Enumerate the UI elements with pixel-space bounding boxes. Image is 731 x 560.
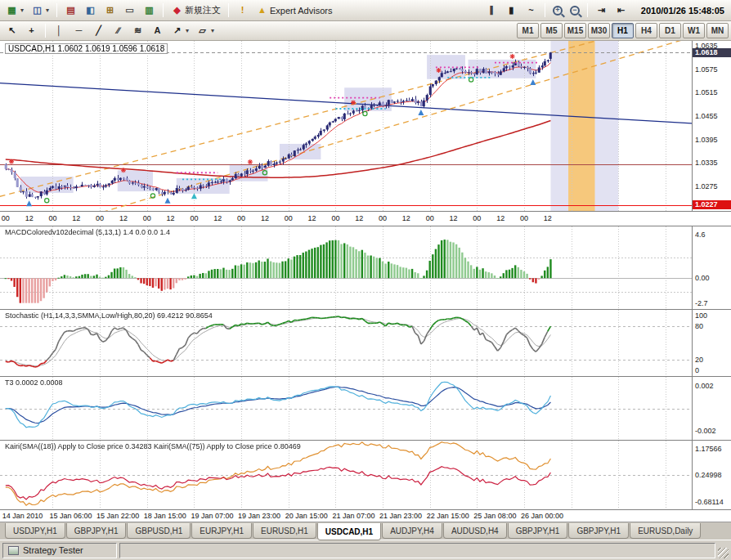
- time-label: 12: [402, 214, 410, 222]
- chart-tab-usdcad-h1[interactable]: USDCAD,H1: [317, 523, 381, 540]
- panel-main-chart[interactable]: USDCAD,H1 1.0602 1.0619 1.0596 1.0618 1.…: [0, 41, 731, 211]
- horizontal-line-button[interactable]: ─: [70, 23, 88, 39]
- stochastic-axis: 10080200: [692, 310, 731, 376]
- status-strategy-tester[interactable]: Strategy Tester: [2, 543, 117, 558]
- time-label: 12: [72, 214, 80, 222]
- navigator-button[interactable]: ⊞: [101, 2, 119, 19]
- chart-tab-eurjpy-h1[interactable]: EURJPY,H1: [191, 523, 252, 539]
- time-label: 12: [450, 214, 458, 222]
- line-chart-mode-button[interactable]: ~: [522, 2, 540, 19]
- cursor-button[interactable]: ↖: [2, 23, 21, 39]
- bar-chart-mode-button[interactable]: ∥: [482, 2, 501, 19]
- main-chart-canvas[interactable]: [0, 41, 692, 211]
- terminal-button[interactable]: ▭: [120, 2, 139, 19]
- expert-advisors-label: Expert Advisors: [270, 6, 332, 16]
- trendline-button[interactable]: ╱: [89, 23, 108, 39]
- timeframe-m15[interactable]: M15: [564, 23, 586, 38]
- date-label: 15 Jan 06:00: [49, 512, 92, 520]
- timeframe-m30[interactable]: M30: [588, 23, 610, 38]
- time-axis-dates[interactable]: 14 Jan 201015 Jan 06:0015 Jan 22:0018 Ja…: [0, 509, 731, 522]
- axis-tick: 0.24998: [695, 471, 722, 479]
- cursor-icon: ↖: [6, 25, 18, 37]
- chart-ohlc-title: USDCAD,H1 1.0602 1.0619 1.0596 1.0618: [5, 43, 168, 54]
- date-label: 14 Jan 2010: [2, 512, 43, 520]
- price-axis[interactable]: 1.06351.05751.05151.04551.03951.03351.02…: [692, 41, 731, 211]
- arrows-button[interactable]: ↗▾: [168, 23, 192, 39]
- zoom-out-icon: −: [570, 6, 580, 16]
- time-axis-hours[interactable]: 0012001200120012001200120012001200120012…: [0, 211, 731, 226]
- chart-tab-gbpjpy-h1[interactable]: GBPJPY,H1: [508, 523, 568, 539]
- profiles-button[interactable]: ◫▾: [28, 2, 52, 19]
- market-watch-button[interactable]: ▤: [61, 2, 80, 19]
- new-chart-icon: ▦: [6, 4, 18, 16]
- stochastic-label: Stochastic (H1,14,3,3,SMMA,Low/High,80,2…: [5, 311, 213, 320]
- zoom-in-button[interactable]: +: [549, 2, 566, 19]
- chart-tab-gbpjpy-h1[interactable]: GBPJPY,H1: [66, 523, 127, 539]
- panel-kairi[interactable]: Kairi(SMA((18)) Apply to Close price 0.3…: [0, 440, 731, 509]
- chart-tab-gbpusd-h1[interactable]: GBPUSD,H1: [127, 523, 191, 539]
- data-window-button[interactable]: ◧: [81, 2, 100, 19]
- timeframe-m1[interactable]: M1: [517, 23, 539, 38]
- toolbar-right-buttons: ∥▮~+−⇥⇤: [482, 2, 630, 19]
- auto-scroll-button[interactable]: ⇥: [592, 2, 611, 19]
- stochastic-canvas[interactable]: [0, 310, 692, 376]
- text-button[interactable]: A: [148, 23, 167, 39]
- axis-tick: 1.17566: [695, 445, 722, 453]
- strategy-tester-toolbar-icon: ▥: [143, 4, 155, 16]
- chart-tab-audjpy-h4[interactable]: AUDJPY,H4: [382, 523, 442, 539]
- chart-tab-eurusd-daily[interactable]: EURUSD,Daily: [630, 523, 701, 539]
- chart-shift-button[interactable]: ⇤: [612, 2, 630, 19]
- t3-canvas[interactable]: [0, 377, 692, 440]
- expert-advisors-button[interactable]: ▲Expert Advisors: [253, 2, 335, 19]
- chevron-down-icon: ▾: [20, 7, 24, 14]
- panel-stochastic[interactable]: Stochastic (H1,14,3,3,SMMA,Low/High,80,2…: [0, 309, 731, 376]
- panel-t3[interactable]: T3 0.0002 0.0008 0.002-0.002: [0, 376, 731, 440]
- crosshair-button[interactable]: +: [22, 23, 41, 39]
- timeframe-h1[interactable]: H1: [612, 23, 634, 38]
- vertical-line-icon: │: [53, 25, 65, 37]
- new-order-button[interactable]: ◆新規注文: [168, 2, 224, 19]
- resize-grip[interactable]: [718, 548, 729, 558]
- vertical-line-button[interactable]: │: [50, 23, 69, 39]
- macd-label: MACDColoredv102decimal (5,13,1) 1.4 0.0 …: [5, 228, 170, 236]
- time-label: 12: [496, 214, 505, 222]
- metaeditor-button[interactable]: !: [233, 2, 252, 19]
- t3-label: T3 0.0002 0.0008: [5, 379, 63, 387]
- panel-macd[interactable]: MACDColoredv102decimal (5,13,1) 1.4 0.0 …: [0, 226, 731, 309]
- fibonacci-button[interactable]: ≋: [128, 23, 147, 39]
- axis-tick: 0: [695, 366, 699, 374]
- time-label: 12: [544, 214, 552, 222]
- chart-tab-usdjpy-h1[interactable]: USDJPY,H1: [5, 523, 65, 539]
- kairi-canvas[interactable]: [0, 441, 692, 509]
- timeframe-h4[interactable]: H4: [635, 23, 657, 38]
- kairi-axis: 1.175660.24998-0.68114: [692, 441, 731, 509]
- date-label: 15 Jan 22:00: [96, 512, 139, 520]
- axis-tick: 1.0575: [695, 65, 718, 74]
- chart-tab-gbpjpy-h1[interactable]: GBPJPY,H1: [568, 523, 629, 539]
- macd-canvas[interactable]: [0, 226, 692, 308]
- price-tag: 1.0618: [693, 48, 731, 57]
- toolbar-separator: [163, 3, 164, 17]
- timeframe-mn[interactable]: MN: [706, 23, 729, 38]
- date-label: 21 Jan 07:00: [332, 512, 374, 520]
- timeframe-m5[interactable]: M5: [540, 23, 563, 38]
- timeframe-bar: M1M5M15M30H1H4D1W1MN: [516, 23, 729, 38]
- zoom-out-button[interactable]: −: [567, 2, 583, 19]
- arrows-icon: ↗: [171, 25, 183, 37]
- status-bar: Strategy Tester: [0, 540, 731, 560]
- equidistant-channel-button[interactable]: ∕∕: [109, 23, 128, 39]
- chart-tab-audusd-h4[interactable]: AUDUSD,H4: [443, 523, 507, 539]
- timeframe-w1[interactable]: W1: [683, 23, 705, 38]
- axis-tick: -0.68114: [695, 498, 724, 506]
- chevron-down-icon: ▾: [186, 27, 189, 34]
- chart-tab-eurusd-h1[interactable]: EURUSD,H1: [253, 523, 316, 539]
- shapes-button[interactable]: ▱▾: [193, 23, 218, 39]
- time-label: 00: [379, 214, 387, 222]
- toolbar-separator: [45, 24, 46, 38]
- new-chart-button[interactable]: ▦▾: [2, 2, 27, 19]
- candlestick-mode-button[interactable]: ▮: [502, 2, 521, 19]
- timeframe-d1[interactable]: D1: [659, 23, 681, 38]
- text-icon: A: [151, 25, 164, 37]
- time-label: 00: [520, 214, 528, 222]
- strategy-tester-toolbar-button[interactable]: ▥: [140, 2, 159, 19]
